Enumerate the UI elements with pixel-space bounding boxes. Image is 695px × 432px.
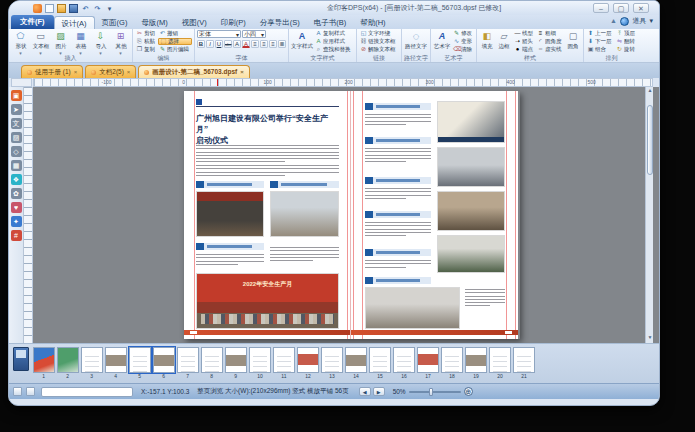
minimize-button[interactable]: – bbox=[593, 3, 609, 13]
page-thumbnail[interactable]: 16 bbox=[393, 347, 415, 379]
tab-design[interactable]: 设计(A) bbox=[54, 16, 95, 29]
wordart-modify-button[interactable]: ✎ 修改 bbox=[452, 30, 474, 37]
wordart-button[interactable]: A 艺术字 bbox=[433, 30, 451, 51]
grow-font-button[interactable]: A bbox=[233, 40, 241, 48]
select-tool-button[interactable]: ⬚ 选择 bbox=[158, 38, 192, 45]
dash-button[interactable]: ┄ 虚实线 bbox=[536, 46, 564, 53]
border-button[interactable]: ▱ 边框 bbox=[496, 30, 512, 51]
doc-tab-manual[interactable]: 使用手册 (1) × bbox=[21, 65, 83, 78]
close-tab-icon[interactable]: × bbox=[127, 69, 131, 75]
copy-style-button[interactable]: A 复制样式 bbox=[314, 30, 354, 37]
table-tool[interactable]: ▦ bbox=[11, 160, 22, 171]
close-tab-icon[interactable]: × bbox=[74, 69, 78, 75]
page-thumbnail[interactable]: 6 bbox=[153, 347, 175, 379]
office-photo[interactable] bbox=[437, 147, 505, 187]
font-family-select[interactable]: 宋体 ▾ bbox=[197, 30, 241, 38]
tab-view[interactable]: 视图(V) bbox=[175, 16, 214, 29]
corner-radius-button[interactable]: ◜ 圆角度 bbox=[536, 38, 564, 45]
page-left[interactable]: 广州旭日建设有限公司举行“安全生产月” 启动仪式 bbox=[184, 91, 351, 339]
library-tool[interactable]: ▣ bbox=[11, 90, 22, 101]
document-canvas[interactable]: 广州旭日建设有限公司举行“安全生产月” 启动仪式 bbox=[33, 87, 653, 343]
align-left-button[interactable]: ≡ bbox=[251, 40, 259, 48]
page-thumbnail[interactable]: 7 bbox=[177, 347, 199, 379]
favorite-tool[interactable]: ♥ bbox=[11, 202, 22, 213]
tab-help[interactable]: 帮助(H) bbox=[353, 16, 392, 29]
page-thumbnail[interactable]: 9 bbox=[225, 347, 247, 379]
page-thumbnail[interactable]: 19 bbox=[465, 347, 487, 379]
thickness-button[interactable]: ≡ 粗细 bbox=[536, 30, 564, 37]
page-thumbnail[interactable]: 1 bbox=[33, 347, 55, 379]
tools-menu[interactable]: 道具 bbox=[632, 16, 646, 26]
tab-master[interactable]: 母版(M) bbox=[134, 16, 174, 29]
status-quick-input[interactable] bbox=[41, 387, 133, 397]
next-page-button[interactable]: ▶ bbox=[373, 387, 385, 396]
book-overview-icon[interactable] bbox=[13, 347, 29, 371]
apply-style-button[interactable]: A 应用样式 bbox=[314, 38, 354, 45]
meeting-table-photo[interactable] bbox=[437, 191, 505, 231]
scrollbar-thumb[interactable] bbox=[647, 105, 653, 175]
page-spread[interactable]: 广州旭日建设有限公司举行“安全生产月” 启动仪式 bbox=[184, 91, 520, 339]
background-tool[interactable]: ❖ bbox=[11, 174, 22, 185]
conference-photo[interactable] bbox=[270, 191, 339, 237]
maximize-button[interactable]: ▢ bbox=[613, 3, 629, 13]
page-thumbnail[interactable]: 21 bbox=[513, 347, 535, 379]
page-thumbnail[interactable]: 20 bbox=[489, 347, 511, 379]
page-thumbnail[interactable]: 17 bbox=[417, 347, 439, 379]
redo-icon[interactable]: ↷ bbox=[93, 4, 102, 13]
italic-button[interactable]: I bbox=[206, 40, 214, 48]
arrow-button[interactable]: ➝ 箭头 bbox=[513, 38, 535, 45]
flip-button[interactable]: ⇋ 翻转 bbox=[615, 38, 637, 45]
tools-menu-caret-icon[interactable]: ▾ bbox=[649, 17, 653, 25]
insert-table-button[interactable]: ▦ 表格 ▾ bbox=[71, 30, 90, 55]
prev-page-button[interactable]: ◀ bbox=[359, 387, 371, 396]
wordart-transform-button[interactable]: ∿ 变形 bbox=[452, 38, 474, 45]
wordart-clear-button[interactable]: ⌫ 清除 bbox=[452, 46, 474, 53]
undo-button[interactable]: ↶ 撤销 bbox=[158, 30, 192, 37]
insert-image-button[interactable]: ▨ 图片 ▾ bbox=[51, 30, 70, 55]
tab-print[interactable]: 印刷(P) bbox=[214, 16, 253, 29]
text-tool[interactable]: 文 bbox=[11, 118, 22, 129]
copy-button[interactable]: ❐ 复制 bbox=[135, 46, 157, 53]
article-headline[interactable]: 广州旭日建设有限公司举行“安全生产月” 启动仪式 bbox=[196, 113, 339, 146]
link-textbox-button[interactable]: ⛓ 链接文本框 bbox=[359, 38, 399, 45]
select-tool[interactable]: ➤ bbox=[11, 104, 22, 115]
rotate-button[interactable]: ↻ 旋转 bbox=[615, 46, 637, 53]
path-text-button[interactable]: ◌ 路径文字 bbox=[404, 30, 428, 51]
bold-button[interactable]: B bbox=[197, 40, 205, 48]
page-thumbnail[interactable]: 14 bbox=[345, 347, 367, 379]
rounded-corner-button[interactable]: ▢ 圆角 bbox=[565, 30, 581, 51]
zoom-slider-knob[interactable] bbox=[429, 388, 433, 396]
image-edit-button[interactable]: ✎ 图片编辑 bbox=[158, 46, 192, 53]
page-thumbnail[interactable]: 12 bbox=[297, 347, 319, 379]
strikethrough-button[interactable]: abc bbox=[224, 40, 232, 48]
new-document-icon[interactable] bbox=[45, 4, 54, 13]
tab-page[interactable]: 页面(G) bbox=[95, 16, 135, 29]
bring-forward-button[interactable]: ⬆ 上一层 bbox=[586, 30, 614, 37]
page-thumbnail[interactable]: 2 bbox=[57, 347, 79, 379]
globe-icon[interactable] bbox=[620, 17, 629, 26]
skin-icon[interactable]: ▲ bbox=[609, 17, 617, 25]
text-style-button[interactable]: A 文字样式 bbox=[291, 30, 313, 51]
horizontal-ruler[interactable]: -100 0 100 200 300 400 500 bbox=[33, 78, 653, 87]
vertical-scrollbar[interactable]: ▲ ▼ bbox=[645, 87, 653, 343]
undo-icon[interactable]: ↶ bbox=[81, 4, 90, 13]
scroll-down-icon[interactable]: ▼ bbox=[646, 334, 653, 343]
align-center-button[interactable]: ≡ bbox=[260, 40, 268, 48]
close-button[interactable]: ✕ bbox=[633, 3, 649, 13]
page-right[interactable] bbox=[351, 91, 518, 339]
doc-tab-doc2[interactable]: 文档2(5) × bbox=[85, 65, 136, 78]
image-tool[interactable]: ▨ bbox=[11, 132, 22, 143]
page-thumbnail[interactable]: 8 bbox=[201, 347, 223, 379]
meeting-photo[interactable] bbox=[196, 191, 264, 237]
shape-tool[interactable]: ◇ bbox=[11, 146, 22, 157]
banner-photo[interactable]: 2022年安全生产月 bbox=[196, 273, 339, 329]
find-replace-button[interactable]: ⌕ 查找和替换 bbox=[314, 46, 354, 53]
send-backward-button[interactable]: ⬇ 下一层 bbox=[586, 38, 614, 45]
doc-tab-album-active[interactable]: 画册设计-第二稿_56703.dpsf × bbox=[138, 65, 249, 78]
font-color-button[interactable]: A bbox=[242, 40, 250, 48]
component-tool[interactable]: ✿ bbox=[11, 188, 22, 199]
zoom-in-icon[interactable]: ⊕ bbox=[464, 387, 473, 396]
align-right-button[interactable]: ≡ bbox=[269, 40, 277, 48]
save-icon[interactable] bbox=[69, 4, 78, 13]
page-thumbnail[interactable]: 5 bbox=[129, 347, 151, 379]
